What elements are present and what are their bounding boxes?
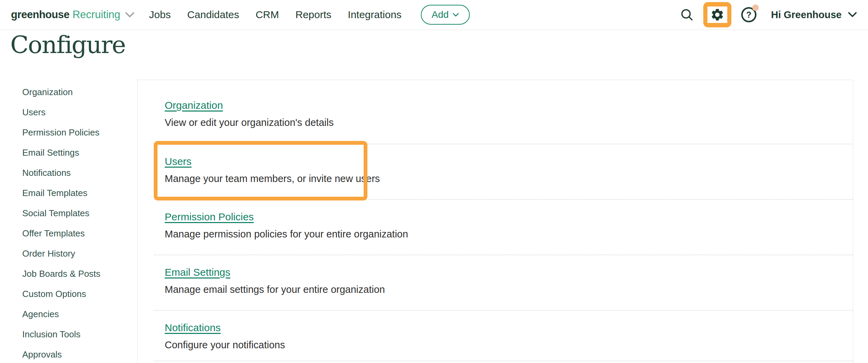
- nav-integrations[interactable]: Integrations: [348, 9, 402, 21]
- sidebar-item-offer-templates[interactable]: Offer Templates: [22, 223, 132, 244]
- primary-nav: Jobs Candidates CRM Reports Integrations: [149, 9, 401, 21]
- settings-card: Organization View or edit your organizat…: [137, 80, 853, 363]
- logo-product: Recruiting: [73, 9, 121, 21]
- chevron-down-icon: [453, 13, 459, 17]
- search-icon: [680, 8, 694, 22]
- help-button[interactable]: ?: [740, 5, 758, 24]
- section-link-organization[interactable]: Organization: [165, 99, 223, 112]
- svg-text:?: ?: [746, 10, 751, 20]
- section-email-settings: Email Settings Manage email settings for…: [138, 255, 853, 310]
- sidebar-item-inclusion-tools[interactable]: Inclusion Tools: [22, 324, 132, 345]
- section-link-notifications[interactable]: Notifications: [165, 322, 221, 334]
- sidebar-item-email-settings[interactable]: Email Settings: [22, 143, 132, 163]
- topbar-right-cluster: ? Hi Greenhouse: [679, 2, 857, 27]
- section-desc-organization: View or edit your organization's details: [165, 116, 839, 129]
- section-permission-policies: Permission Policies Manage permission po…: [138, 200, 853, 255]
- logo[interactable]: greenhouse Recruiting: [11, 9, 135, 21]
- search-button[interactable]: [679, 7, 694, 22]
- section-organization: Organization View or edit your organizat…: [138, 80, 853, 144]
- sidebar-item-email-templates[interactable]: Email Templates: [22, 183, 132, 203]
- add-button-label: Add: [432, 9, 449, 20]
- nav-crm[interactable]: CRM: [255, 9, 279, 21]
- annotation-highlight-gear-box: [703, 2, 731, 27]
- configure-sidebar: Organization Users Permission Policies E…: [22, 82, 132, 363]
- sidebar-item-custom-options[interactable]: Custom Options: [22, 284, 132, 304]
- sidebar-item-order-history[interactable]: Order History: [22, 244, 132, 264]
- user-menu-label: Hi Greenhouse: [771, 9, 842, 21]
- section-notifications: Notifications Configure your notificatio…: [138, 311, 853, 361]
- nav-candidates[interactable]: Candidates: [187, 9, 239, 21]
- section-link-users[interactable]: Users: [165, 155, 191, 168]
- sidebar-item-organization[interactable]: Organization: [22, 82, 132, 102]
- sidebar-item-job-boards-posts[interactable]: Job Boards & Posts: [22, 264, 132, 284]
- user-menu[interactable]: Hi Greenhouse: [771, 9, 857, 21]
- section-desc-notifications: Configure your notifications: [165, 339, 839, 351]
- sidebar-item-notifications[interactable]: Notifications: [22, 163, 132, 183]
- settings-gear-button[interactable]: [707, 7, 727, 23]
- page-title: Configure: [10, 31, 125, 59]
- section-desc-users: Manage your team members, or invite new …: [165, 172, 839, 185]
- notification-dot: [752, 4, 759, 11]
- top-nav-bar: greenhouse Recruiting Jobs Candidates CR…: [0, 0, 868, 30]
- section-link-permission-policies[interactable]: Permission Policies: [165, 211, 254, 223]
- logo-brand: greenhouse: [11, 9, 70, 21]
- section-desc-email-settings: Manage email settings for your entire or…: [165, 283, 839, 296]
- sidebar-item-approvals[interactable]: Approvals: [22, 345, 132, 363]
- section-users: Users Manage your team members, or invit…: [138, 144, 853, 199]
- nav-jobs[interactable]: Jobs: [149, 9, 171, 21]
- section-divider: [154, 361, 853, 361]
- chevron-down-icon: [848, 12, 857, 17]
- gear-icon: [710, 8, 725, 22]
- sidebar-item-permission-policies[interactable]: Permission Policies: [22, 122, 132, 143]
- section-link-email-settings[interactable]: Email Settings: [165, 266, 230, 278]
- sidebar-item-social-templates[interactable]: Social Templates: [22, 203, 132, 223]
- section-desc-permission-policies: Manage permission policies for your enti…: [165, 228, 839, 240]
- add-button[interactable]: Add: [421, 5, 470, 25]
- sidebar-item-users[interactable]: Users: [22, 102, 132, 122]
- nav-reports[interactable]: Reports: [295, 9, 331, 21]
- chevron-down-icon: [125, 12, 135, 18]
- sidebar-item-agencies[interactable]: Agencies: [22, 304, 132, 324]
